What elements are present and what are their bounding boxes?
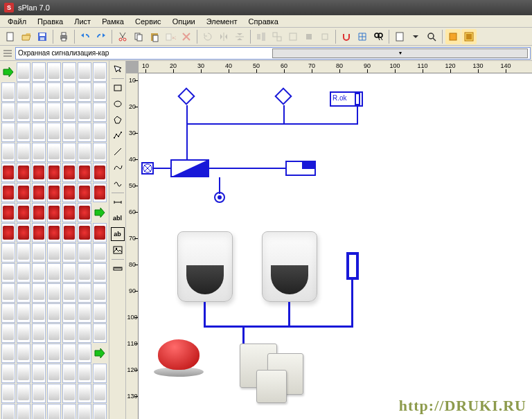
library-item[interactable]	[78, 263, 91, 283]
library-item[interactable]	[47, 364, 61, 383]
library-nav-arrow-icon[interactable]	[1, 62, 15, 82]
mirror-v-button[interactable]	[232, 29, 247, 44]
library-item[interactable]	[62, 143, 76, 162]
textbox-tool[interactable]: ab	[111, 227, 125, 241]
library-item[interactable]	[93, 183, 107, 202]
library-item[interactable]	[62, 243, 76, 262]
library-item[interactable]	[47, 243, 61, 262]
library-item[interactable]	[1, 223, 15, 242]
library-item[interactable]	[32, 263, 46, 283]
library-item[interactable]	[32, 102, 46, 122]
library-item[interactable]	[47, 223, 61, 242]
library-item[interactable]	[17, 323, 30, 343]
polygon-tool[interactable]	[111, 113, 125, 127]
library-item[interactable]	[32, 203, 46, 222]
library-nav-arrow-icon[interactable]	[93, 203, 107, 222]
library-item[interactable]	[62, 404, 76, 419]
library-grid[interactable]	[0, 61, 109, 419]
search-button[interactable]	[371, 29, 386, 44]
library-item[interactable]	[1, 263, 15, 283]
view-button[interactable]	[461, 29, 477, 44]
mirror-h-button[interactable]	[216, 29, 231, 44]
save-button[interactable]	[35, 29, 50, 44]
library-item[interactable]	[78, 62, 91, 82]
library-item[interactable]	[1, 163, 15, 182]
library-item[interactable]	[32, 364, 46, 383]
library-item[interactable]	[78, 323, 91, 343]
delete-button[interactable]	[179, 29, 194, 44]
front-button[interactable]	[301, 29, 317, 44]
library-item[interactable]	[93, 283, 107, 303]
library-item[interactable]	[47, 344, 61, 363]
freehand-tool[interactable]	[111, 177, 125, 190]
library-item[interactable]	[17, 384, 30, 403]
menu-help[interactable]: Справка	[244, 16, 283, 27]
library-item[interactable]	[32, 384, 46, 403]
library-item[interactable]	[32, 404, 46, 419]
library-item[interactable]	[17, 82, 30, 102]
ellipse-tool[interactable]	[111, 97, 125, 111]
menu-element[interactable]: Элемент	[202, 16, 242, 27]
library-item[interactable]	[1, 123, 15, 142]
library-item[interactable]	[1, 323, 15, 343]
dropdown-arrow-icon[interactable]	[408, 29, 423, 44]
library-item[interactable]	[93, 163, 107, 182]
library-item[interactable]	[62, 183, 76, 202]
library-item[interactable]	[47, 82, 61, 102]
open-button[interactable]	[19, 29, 34, 44]
library-item[interactable]	[32, 283, 46, 303]
library-item[interactable]	[17, 283, 30, 303]
library-item[interactable]	[93, 62, 107, 82]
menu-file[interactable]: Файл	[3, 16, 31, 27]
ungroup-button[interactable]	[285, 29, 301, 44]
library-item[interactable]	[78, 82, 91, 102]
library-item[interactable]	[78, 143, 91, 162]
drawing-canvas[interactable]: R.ok	[139, 73, 532, 419]
library-item[interactable]	[93, 384, 107, 403]
library-item[interactable]	[47, 404, 61, 419]
library-item[interactable]	[93, 243, 107, 262]
library-item[interactable]	[47, 143, 61, 162]
library-item[interactable]	[93, 143, 107, 162]
library-item[interactable]	[17, 183, 30, 202]
library-item[interactable]	[93, 303, 107, 323]
snap-button[interactable]	[339, 29, 354, 44]
library-item[interactable]	[62, 163, 76, 182]
library-item[interactable]	[1, 243, 15, 262]
library-item[interactable]	[1, 203, 15, 222]
library-item[interactable]	[62, 323, 76, 343]
grid-button[interactable]	[355, 29, 370, 44]
library-item[interactable]	[78, 203, 91, 222]
library-item[interactable]	[32, 303, 46, 323]
library-item[interactable]	[93, 364, 107, 383]
library-item[interactable]	[32, 183, 46, 202]
select-tool[interactable]	[111, 62, 125, 76]
library-item[interactable]	[17, 123, 30, 142]
library-item[interactable]	[47, 123, 61, 142]
paste-button[interactable]	[147, 29, 162, 44]
library-item[interactable]	[1, 82, 15, 102]
library-menu-icon[interactable]	[1, 47, 14, 60]
library-item[interactable]	[17, 404, 30, 419]
library-item[interactable]	[32, 344, 46, 363]
library-item[interactable]	[17, 62, 30, 82]
dimension-tool[interactable]	[111, 195, 125, 209]
library-item[interactable]	[93, 82, 107, 102]
library-item[interactable]	[93, 123, 107, 142]
library-item[interactable]	[47, 283, 61, 303]
library-item[interactable]	[17, 102, 30, 122]
library-item[interactable]	[47, 163, 61, 182]
cut-button[interactable]	[115, 29, 130, 44]
print-button[interactable]	[56, 29, 71, 44]
group-button[interactable]	[269, 29, 285, 44]
library-item[interactable]	[1, 364, 15, 383]
library-item[interactable]	[93, 404, 107, 419]
library-item[interactable]	[17, 364, 30, 383]
library-item[interactable]	[17, 203, 30, 222]
library-item[interactable]	[62, 123, 76, 142]
library-item[interactable]	[93, 223, 107, 242]
library-item[interactable]	[17, 223, 30, 242]
copy-button[interactable]	[131, 29, 146, 44]
text-tool[interactable]: abl	[111, 211, 125, 225]
page-button[interactable]	[392, 29, 407, 44]
